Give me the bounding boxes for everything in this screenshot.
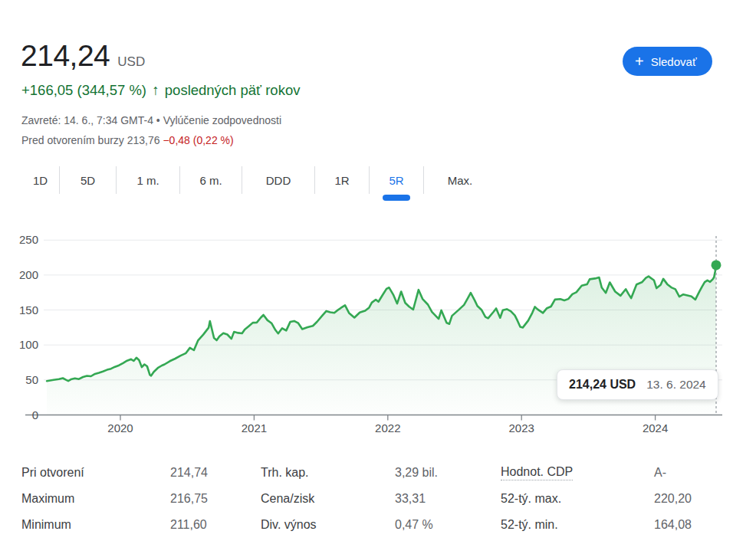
y-axis-tick-label: 250	[2, 232, 38, 248]
stat-52wk-low-label: 52-tý. min.	[501, 518, 654, 532]
x-axis-tick-label: 2024	[633, 421, 679, 436]
stat-row-low: Minimum 211,60	[21, 512, 251, 538]
stat-row-52wk-high: 52-tý. max. 220,20	[501, 486, 735, 512]
follow-button[interactable]: + Sledovať	[623, 47, 712, 76]
tab-1m[interactable]: 1 m.	[117, 166, 180, 194]
tooltip-date: 13. 6. 2024	[646, 378, 706, 392]
y-axis-tick-label: 200	[2, 267, 38, 283]
stat-row-open: Pri otvorení 214,74	[21, 460, 251, 486]
change-amount: +166,05 (344,57 %)	[21, 82, 146, 98]
stats-column-1: Pri otvorení 214,74 Maximum 216,75 Minim…	[21, 460, 251, 538]
tab-5r-label: 5R	[389, 174, 403, 187]
stat-high-label: Maximum	[21, 492, 170, 506]
stat-high-value: 216,75	[170, 492, 208, 506]
follow-button-label: Sledovať	[651, 55, 697, 68]
tab-max[interactable]: Max.	[424, 166, 496, 194]
up-arrow-icon: ↑	[150, 82, 161, 98]
price-change-line: +166,05 (344,57 %) ↑ posledných päť roko…	[21, 82, 300, 99]
stats-column-2: Trh. kap. 3,29 bil. Cena/zisk 33,31 Div.…	[261, 460, 491, 538]
tab-5r[interactable]: 5R	[370, 166, 424, 194]
stat-divyield-label: Div. výnos	[261, 518, 395, 532]
tab-1d-label: 1D	[33, 174, 48, 187]
y-axis-tick-label: 100	[2, 337, 38, 352]
disclaimer-link[interactable]: Vylúčenie zodpovednosti	[163, 114, 281, 126]
market-status-line: Zavreté: 14. 6., 7:34 GMT-4 • Vylúčenie …	[21, 113, 281, 128]
stat-row-52wk-low: 52-tý. min. 164,08	[501, 512, 735, 538]
x-axis-tick-label: 2022	[365, 421, 411, 436]
stat-52wk-low-value: 164,08	[654, 518, 692, 532]
y-axis-tick-label: 150	[2, 303, 38, 318]
stats-column-3: Hodnot. CDP A- 52-tý. max. 220,20 52-tý.…	[501, 460, 735, 538]
stat-pe-value: 33,31	[395, 492, 426, 506]
tooltip-price: 214,24 USD	[569, 378, 636, 392]
tab-5d-label: 5D	[81, 174, 95, 187]
price-value: 214,24	[21, 39, 110, 73]
stat-cdp-value: A-	[654, 466, 666, 480]
y-axis-tick-label: 50	[2, 372, 38, 388]
stat-mktcap-label: Trh. kap.	[261, 466, 395, 480]
stat-divyield-value: 0,47 %	[395, 518, 433, 532]
selected-tab-indicator	[383, 195, 410, 201]
closed-status: Zavreté: 14. 6., 7:34 GMT-4 •	[21, 114, 160, 126]
time-range-tabs: 1D 5D 1 m. 6 m. DDD 1R 5R Max.	[21, 166, 496, 194]
stat-row-high: Maximum 216,75	[21, 486, 251, 512]
stat-row-cdp: Hodnot. CDP A-	[501, 460, 735, 486]
stat-low-label: Minimum	[21, 518, 170, 532]
current-price: 214,24 USD	[21, 39, 145, 73]
stock-page: 214,24 USD + Sledovať +166,05 (344,57 %)…	[0, 0, 756, 541]
stat-mktcap-value: 3,29 bil.	[395, 466, 438, 480]
tab-1m-label: 1 m.	[136, 174, 159, 187]
tab-1r-label: 1R	[334, 174, 349, 187]
chart-tooltip: 214,24 USD 13. 6. 2024	[557, 369, 718, 400]
stat-52wk-high-value: 220,20	[654, 492, 692, 506]
change-period: posledných päť rokov	[165, 82, 301, 98]
stat-open-label: Pri otvorení	[21, 466, 170, 480]
tab-max-label: Max.	[448, 174, 473, 187]
currency-label: USD	[117, 54, 145, 70]
tab-1r[interactable]: 1R	[315, 166, 370, 194]
tab-6m-label: 6 m.	[199, 174, 222, 187]
tab-5d[interactable]: 5D	[60, 166, 117, 194]
x-axis-tick-label: 2023	[498, 421, 544, 436]
premarket-change: −0,48 (0,22 %)	[163, 134, 233, 146]
stat-low-value: 211,60	[170, 518, 207, 532]
chart-svg	[0, 226, 756, 439]
stat-open-value: 214,74	[170, 466, 208, 480]
stat-pe-label: Cena/zisk	[261, 492, 395, 506]
tab-1d[interactable]: 1D	[21, 166, 60, 194]
tab-6m[interactable]: 6 m.	[180, 166, 242, 194]
tab-ytd-label: DDD	[266, 174, 291, 187]
tab-ytd[interactable]: DDD	[242, 166, 315, 194]
stat-row-mktcap: Trh. kap. 3,29 bil.	[261, 460, 491, 486]
stat-52wk-high-label: 52-tý. max.	[501, 492, 654, 506]
x-axis-tick-label: 2021	[231, 421, 277, 436]
premarket-price: Pred otvorením burzy 213,76	[21, 134, 160, 146]
premarket-line: Pred otvorením burzy 213,76 −0,48 (0,22 …	[21, 133, 234, 148]
x-axis-tick-label: 2020	[97, 421, 143, 436]
y-axis-tick-label: 0	[2, 408, 38, 423]
stock-chart[interactable]: 250200150100500 20202021202220232024 214…	[0, 226, 756, 439]
stat-row-pe: Cena/zisk 33,31	[261, 486, 491, 512]
stat-row-divyield: Div. výnos 0,47 %	[261, 512, 491, 538]
last-price-dot	[712, 260, 721, 270]
stat-cdp-label[interactable]: Hodnot. CDP	[501, 465, 573, 480]
plus-icon: +	[635, 54, 644, 69]
